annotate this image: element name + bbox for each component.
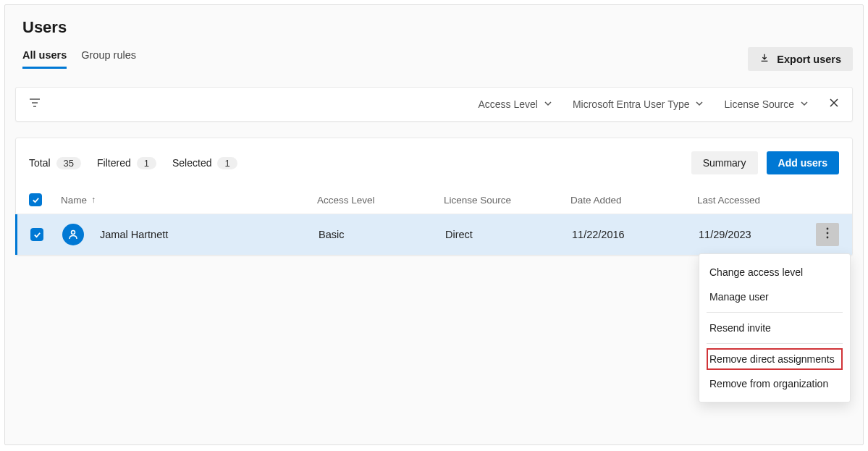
download-icon <box>759 53 770 65</box>
export-users-label: Export users <box>777 54 841 65</box>
menu-resend-invite[interactable]: Resend invite <box>699 316 850 340</box>
column-name-label: Name <box>61 195 87 206</box>
avatar <box>62 224 84 245</box>
column-license-source[interactable]: License Source <box>444 195 570 206</box>
tab-all-users[interactable]: All users <box>22 49 67 69</box>
add-users-button[interactable]: Add users <box>767 151 839 174</box>
table-header: Name ↑ Access Level License Source Date … <box>16 187 852 214</box>
svg-point-0 <box>72 231 75 235</box>
filter-access-level[interactable]: Access Level <box>478 98 552 110</box>
more-vertical-icon <box>826 227 829 242</box>
svg-point-3 <box>827 237 829 239</box>
column-last-accessed[interactable]: Last Accessed <box>697 195 813 206</box>
column-date-added[interactable]: Date Added <box>570 195 697 206</box>
svg-point-1 <box>827 228 829 230</box>
filter-icon[interactable] <box>29 98 41 111</box>
menu-separator <box>707 343 843 344</box>
svg-point-2 <box>827 232 829 235</box>
table-row[interactable]: Jamal Hartnett Basic Direct 11/22/2016 1… <box>15 214 852 255</box>
row-user-name: Jamal Hartnett <box>100 229 168 240</box>
filter-bar: Access Level Microsoft Entra User Type L… <box>15 87 853 122</box>
menu-manage-user[interactable]: Manage user <box>699 284 850 309</box>
count-selected: Selected 1 <box>172 157 237 169</box>
sort-ascending-icon: ↑ <box>91 195 96 205</box>
row-context-menu: Change access level Manage user Resend i… <box>699 253 851 402</box>
row-access-level: Basic <box>319 229 445 240</box>
export-users-button[interactable]: Export users <box>748 47 853 71</box>
menu-remove-direct-assignments[interactable]: Remove direct assignments <box>705 347 844 371</box>
chevron-down-icon <box>695 98 704 110</box>
tab-row: All users Group rules Export users <box>15 47 853 71</box>
column-name[interactable]: Name ↑ <box>61 195 317 206</box>
filter-license-source[interactable]: License Source <box>724 98 809 110</box>
count-filtered-value: 1 <box>137 157 156 169</box>
tab-group-rules[interactable]: Group rules <box>81 49 136 69</box>
filter-access-level-label: Access Level <box>478 98 537 110</box>
filter-license-label: License Source <box>724 98 794 110</box>
filter-entra-user-type[interactable]: Microsoft Entra User Type <box>573 98 704 110</box>
row-license-source: Direct <box>445 229 572 240</box>
count-total: Total 35 <box>29 157 81 169</box>
count-total-value: 35 <box>56 157 81 169</box>
filter-entra-label: Microsoft Entra User Type <box>573 98 690 110</box>
menu-separator <box>707 312 843 313</box>
count-filtered-label: Filtered <box>97 157 131 169</box>
row-checkbox[interactable] <box>30 228 43 241</box>
chevron-down-icon <box>544 98 552 110</box>
close-icon[interactable] <box>829 98 839 111</box>
chevron-down-icon <box>800 98 809 110</box>
column-access-level[interactable]: Access Level <box>317 195 444 206</box>
menu-remove-from-organization[interactable]: Remove from organization <box>699 371 850 396</box>
count-filtered: Filtered 1 <box>97 157 156 169</box>
row-date-added: 11/22/2016 <box>572 229 699 240</box>
count-selected-value: 1 <box>217 157 237 169</box>
page-title: Users <box>22 18 853 37</box>
row-last-accessed: 11/29/2023 <box>699 229 814 240</box>
select-all-checkbox[interactable] <box>29 193 42 206</box>
count-selected-label: Selected <box>172 157 211 169</box>
users-panel: Total 35 Filtered 1 Selected 1 Summary A… <box>15 138 853 256</box>
summary-button[interactable]: Summary <box>691 151 758 174</box>
menu-change-access-level[interactable]: Change access level <box>699 260 850 284</box>
row-more-button[interactable] <box>816 223 839 246</box>
count-total-label: Total <box>29 157 51 169</box>
